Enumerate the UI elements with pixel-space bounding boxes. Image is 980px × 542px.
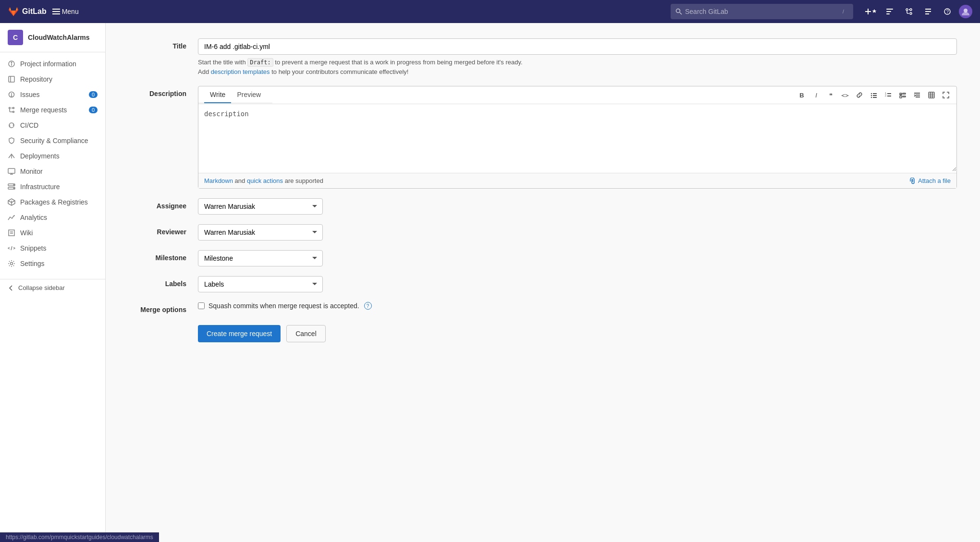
sidebar-item-label: CI/CD [20,121,38,129]
tab-preview[interactable]: Preview [231,87,267,103]
title-hint: Start the title with Draft: to prevent a… [198,58,957,76]
svg-rect-9 [886,11,891,12]
sidebar-item-snippets[interactable]: Snippets [0,241,105,256]
sidebar-item-label: Snippets [20,244,46,252]
svg-rect-61 [916,95,920,96]
nav-icons: ? [863,4,972,19]
sidebar-item-infrastructure[interactable]: Infrastructure [0,179,105,194]
sidebar-item-label: Settings [20,260,45,267]
svg-rect-23 [9,76,14,82]
sidebar-item-issues[interactable]: Issues 0 [0,87,105,102]
squash-checkbox[interactable] [198,302,205,309]
title-row: Title Start the title with Draft: to pre… [129,38,957,76]
svg-rect-32 [8,169,15,173]
user-avatar[interactable] [959,5,972,18]
milestone-row: Milestone Milestone [129,250,957,266]
assignee-select[interactable]: Warren Marusiak [198,198,323,215]
sidebar-item-project-information[interactable]: Project information [0,56,105,72]
svg-point-48 [871,95,872,96]
squash-help-icon[interactable]: ? [364,302,372,310]
toolbar-indent[interactable] [910,88,924,102]
todo-button[interactable] [882,4,897,19]
issues-button[interactable] [920,4,936,19]
wiki-icon [8,229,15,237]
sidebar-item-wiki[interactable]: Wiki [0,225,105,241]
cicd-icon [8,121,15,129]
search-input[interactable] [685,8,840,15]
snippets-icon [8,244,15,252]
toolbar-table[interactable] [925,88,938,102]
book-icon [8,75,15,83]
svg-text:/: / [843,9,844,14]
merge-options-row: Merge options Squash commits when merge … [129,302,957,313]
description-templates-link[interactable]: description templates [211,68,270,75]
squash-option: Squash commits when merge request is acc… [198,302,957,310]
svg-rect-1 [52,11,60,12]
tab-write[interactable]: Write [204,87,231,103]
svg-line-4 [680,12,682,14]
toolbar-link[interactable] [853,88,866,102]
merge-requests-button[interactable] [901,4,917,19]
toolbar-quote[interactable]: ❝ [824,88,837,102]
svg-point-46 [871,93,872,94]
search-kbd-icon: / [843,9,848,14]
sidebar-item-label: Project information [20,60,76,68]
svg-point-12 [910,12,912,14]
svg-point-22 [11,62,12,63]
editor-toolbar: B I ❝ <> 1.2. [791,86,956,104]
sidebar-item-deployments[interactable]: Deployments [0,148,105,164]
sidebar-item-monitor[interactable]: Monitor [0,164,105,179]
project-name: CloudWatchAlarms [28,34,90,41]
reviewer-row: Reviewer Warren Marusiak [129,224,957,241]
merge-options-control: Squash commits when merge request is acc… [198,302,957,310]
editor-footer: Markdown and quick actions are supported… [198,173,956,188]
quick-actions-link[interactable]: quick actions [247,177,283,184]
labels-label: Labels [129,276,186,288]
description-label: Description [129,86,186,97]
svg-text:?: ? [946,9,949,14]
status-bar: https://gitlab.com/pmmquickstartguides/c… [0,532,159,542]
sidebar-item-repository[interactable]: Repository [0,72,105,87]
sidebar-item-packages[interactable]: Packages & Registries [0,194,105,210]
new-item-button[interactable] [863,4,878,19]
description-textarea[interactable]: description [198,104,956,171]
sidebar-item-security[interactable]: Security & Compliance [0,133,105,148]
gitlab-logo[interactable]: GitLab [8,6,47,17]
collapse-icon [8,285,14,291]
toolbar-numbered-list[interactable]: 1.2. [882,88,895,102]
toolbar-code[interactable]: <> [838,88,852,102]
collapse-sidebar-button[interactable]: Collapse sidebar [0,279,105,296]
milestone-control: Milestone [198,250,957,266]
toolbar-task-list[interactable] [896,88,909,102]
labels-select[interactable]: Labels [198,276,323,292]
reviewer-select[interactable]: Warren Marusiak [198,224,323,241]
svg-rect-57 [903,93,906,94]
svg-text:2.: 2. [885,94,887,97]
title-input[interactable] [198,38,957,55]
toolbar-bold[interactable]: B [795,88,808,102]
squash-label: Squash commits when merge request is acc… [208,302,359,310]
sidebar-item-label: Merge requests [20,106,67,114]
merge-requests-badge: 0 [89,107,98,113]
milestone-select[interactable]: Milestone [198,250,323,266]
svg-rect-63 [929,92,934,98]
help-button[interactable]: ? [940,4,955,19]
sidebar-item-analytics[interactable]: Analytics [0,210,105,225]
attach-file-link[interactable]: Attach a file [909,177,951,184]
create-merge-request-button[interactable]: Create merge request [198,325,281,342]
toolbar-expand[interactable] [939,88,953,102]
cancel-button[interactable]: Cancel [286,325,326,342]
markdown-link[interactable]: Markdown [204,177,233,184]
toolbar-italic[interactable]: I [809,88,823,102]
svg-rect-60 [914,93,920,94]
attach-icon [909,178,916,184]
svg-point-11 [906,9,908,11]
svg-point-3 [676,9,680,13]
svg-rect-49 [873,95,877,96]
sidebar-item-merge-requests[interactable]: Merge requests 0 [0,102,105,118]
menu-button[interactable]: Menu [52,8,79,15]
sidebar-item-settings[interactable]: Settings [0,256,105,271]
top-navigation: GitLab Menu / ? [0,0,980,23]
toolbar-bullet-list[interactable] [867,88,881,102]
sidebar-item-cicd[interactable]: CI/CD [0,118,105,133]
